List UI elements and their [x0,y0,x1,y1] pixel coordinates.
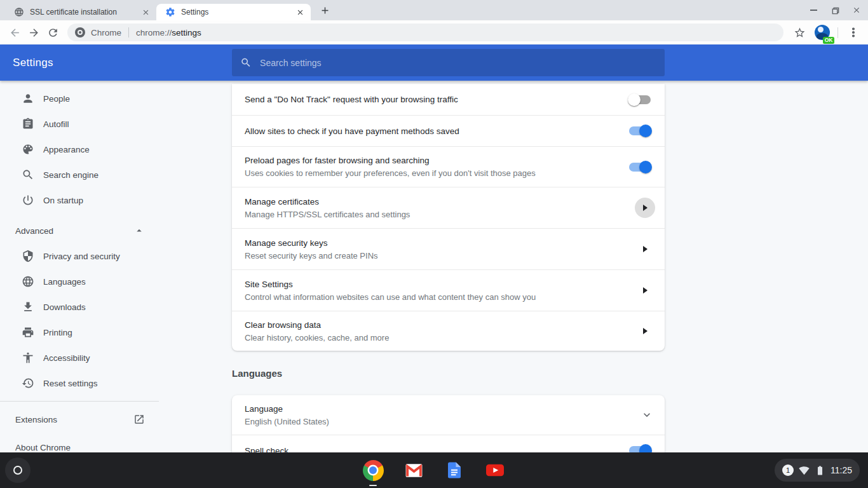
sidebar-divider [0,401,159,402]
sidebar-item-label: Search engine [43,170,98,180]
menu-kebab-icon[interactable] [844,23,863,42]
shelf-app-docs[interactable] [434,452,475,488]
site-label: Chrome [91,28,121,37]
battery-icon [815,465,825,476]
settings-search-box[interactable] [232,49,665,76]
accessibility-icon [22,351,34,364]
restore-icon[interactable] [827,3,843,18]
row-preload-pages: Preload pages for faster browsing and se… [232,146,665,187]
sidebar-item-search-engine[interactable]: Search engine [0,162,159,187]
sidebar-item-autofill[interactable]: Autofill [0,111,159,137]
docs-icon [445,461,464,480]
row-subtitle: English (United States) [245,417,641,426]
chevron-up-icon [133,225,145,236]
subpage-arrow-icon[interactable] [635,280,655,301]
languages-section-header: Languages [232,367,665,380]
tab-ssl-certificate-installation[interactable]: SSL certificate installation [5,4,156,20]
row-title: Clear browsing data [245,320,635,330]
system-tray[interactable]: 1 11:25 [775,459,860,482]
page-title: Settings [13,57,53,69]
row-spell-check: Spell check [232,435,665,452]
row-subtitle: Manage HTTPS/SSL certificates and settin… [245,210,635,219]
toolbar-right: OK [790,23,863,42]
sidebar-item-appearance[interactable]: Appearance [0,137,159,162]
profile-avatar[interactable]: OK [813,23,832,42]
row-payment-methods: Allow sites to check if you have payment… [232,115,665,146]
shelf-app-gmail[interactable] [393,452,434,488]
sidebar-item-reset-settings[interactable]: Reset settings [0,370,159,396]
sidebar-item-printing[interactable]: Printing [0,320,159,345]
row-title: Language [245,404,641,414]
row-language[interactable]: Language English (United States) [232,395,665,435]
settings-header: Settings [0,44,868,81]
close-tab-icon[interactable] [140,6,151,18]
sidebar-item-accessibility[interactable]: Accessibility [0,345,159,370]
globe-icon [14,7,24,17]
sidebar-item-extensions[interactable]: Extensions [0,404,159,435]
settings-main: Send a "Do Not Track" request with your … [232,81,665,452]
sidebar-item-languages[interactable]: Languages [0,269,159,294]
sidebar-item-privacy-and-security[interactable]: Privacy and security [0,243,159,269]
chrome-icon [363,460,384,481]
languages-card: Language English (United States) Spell c… [232,395,665,452]
sidebar-item-downloads[interactable]: Downloads [0,294,159,320]
spell-check-toggle[interactable] [629,446,651,452]
shield-icon [22,250,34,262]
bookmark-star-icon[interactable] [790,23,809,42]
sidebar-item-label: Downloads [43,302,86,312]
row-subtitle: Uses cookies to remember your preference… [245,168,629,178]
row-title: Manage certificates [245,197,635,207]
chrome-site-icon [75,27,85,37]
toolbar-divider [837,27,838,38]
settings-search-input[interactable] [260,58,656,68]
sidebar-item-label: Reset settings [43,379,98,388]
search-icon [22,168,34,181]
row-title: Allow sites to check if you have payment… [245,126,629,136]
sidebar-advanced-toggle[interactable]: Advanced [0,218,159,243]
sidebar-item-label: Autofill [43,119,69,129]
sidebar-item-people[interactable]: People [0,86,159,111]
sidebar-item-on-startup[interactable]: On startup [0,187,159,213]
sidebar-item-about-chrome[interactable]: About Chrome [0,435,159,452]
search-icon [240,57,252,69]
close-window-icon[interactable] [849,3,864,18]
close-tab-icon[interactable] [294,6,306,18]
window-controls [806,0,864,20]
forward-icon[interactable] [24,23,43,42]
globe-icon [22,275,34,288]
subpage-arrow-icon[interactable] [635,321,655,341]
row-title: Site Settings [245,280,635,289]
row-manage-security-keys[interactable]: Manage security keys Reset security keys… [232,228,665,269]
printer-icon [22,326,34,339]
chevron-down-icon[interactable] [641,409,653,421]
tab-title: SSL certificate installation [30,8,140,17]
omnibox-separator [128,27,129,37]
minimize-icon[interactable] [806,3,821,18]
about-label: About Chrome [15,443,71,452]
shelf-app-chrome[interactable] [353,452,393,488]
advanced-label: Advanced [15,226,53,236]
row-clear-browsing-data[interactable]: Clear browsing data Clear history, cooki… [232,311,665,351]
new-tab-button[interactable] [316,1,334,19]
shelf: 1 11:25 [0,452,868,488]
launcher-button[interactable] [5,458,31,483]
site-chip: Chrome [75,27,121,37]
reload-icon[interactable] [43,23,62,42]
back-icon[interactable] [5,23,24,42]
row-site-settings[interactable]: Site Settings Control what information w… [232,269,665,311]
tab-settings[interactable]: Settings [156,4,311,20]
payment-methods-toggle[interactable] [629,126,651,135]
palette-icon [22,143,34,156]
row-do-not-track: Send a "Do Not Track" request with your … [232,84,665,115]
preload-pages-toggle[interactable] [629,163,651,172]
omnibox[interactable]: Chrome chrome://settings [67,24,783,41]
shelf-app-youtube[interactable] [475,452,515,488]
do-not-track-toggle[interactable] [629,95,651,104]
download-icon [22,301,34,313]
subpage-arrow-icon[interactable] [635,239,655,259]
extensions-label: Extensions [15,415,57,424]
subpage-arrow-icon[interactable] [635,198,655,218]
row-title: Manage security keys [245,238,635,248]
row-manage-certificates[interactable]: Manage certificates Manage HTTPS/SSL cer… [232,187,665,228]
sidebar-item-label: People [43,94,70,104]
